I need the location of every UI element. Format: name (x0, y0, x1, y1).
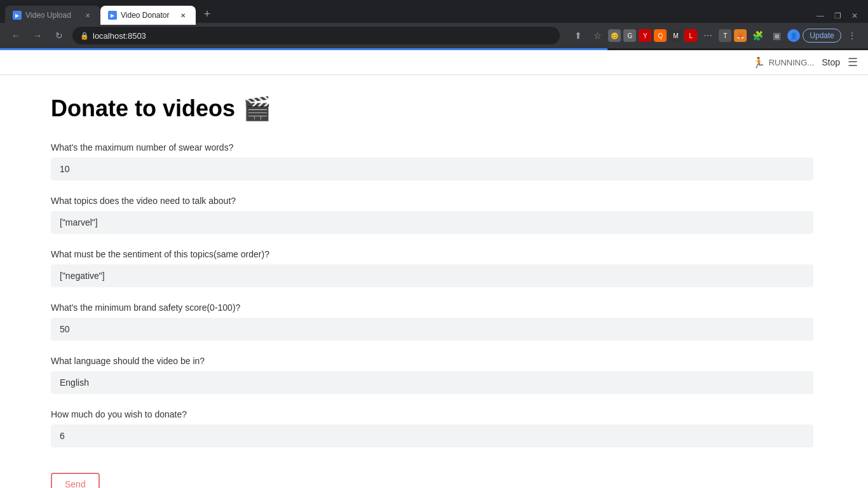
minimize-button[interactable]: — (811, 9, 829, 23)
nav-bar: ← → ↻ 🔒 localhost:8503 ⬆ ☆ 😊 G Y Q M L ⋯… (0, 23, 868, 48)
ext-7[interactable]: T (719, 29, 731, 42)
tab-close-1[interactable]: ✕ (83, 10, 93, 20)
browser-chrome: ▶ Video Upload ✕ ▶ Video Donator ✕ + — ❐… (0, 0, 868, 50)
lock-icon: 🔒 (80, 32, 89, 40)
tab-title-2: Video Donator (121, 11, 174, 20)
ext-3[interactable]: Y (639, 29, 651, 42)
maximize-button[interactable]: ❐ (829, 9, 846, 23)
main-content: Donate to videos 🎬 What's the maximum nu… (0, 75, 868, 488)
address-bar[interactable]: 🔒 localhost:8503 (72, 27, 560, 44)
new-tab-button[interactable]: + (198, 5, 216, 23)
label-topics: What topics does the video need to talk … (51, 196, 817, 206)
tab-title-1: Video Upload (25, 11, 79, 20)
back-button[interactable]: ← (8, 27, 24, 44)
window-controls: — ❐ ✕ (811, 9, 863, 23)
form-group-topics: What topics does the video need to talk … (51, 196, 817, 234)
input-brand-safety[interactable] (51, 318, 813, 341)
reload-button[interactable]: ↻ (51, 27, 67, 44)
running-status: 🏃 RUNNING... (752, 57, 815, 69)
puzzle-icon[interactable]: 🧩 (749, 27, 766, 44)
form-group-brand-safety: What's the minimum brand safety score(0-… (51, 302, 817, 341)
sidebar-icon[interactable]: ▣ (768, 27, 785, 44)
ext-2[interactable]: G (623, 29, 636, 42)
running-icon: 🏃 (752, 57, 765, 69)
profile-icon[interactable]: 👤 (787, 29, 800, 42)
page-title-emoji: 🎬 (243, 95, 271, 122)
ext-6[interactable]: L (684, 29, 697, 42)
tab-video-upload[interactable]: ▶ Video Upload ✕ (5, 6, 100, 25)
address-text: localhost:8503 (93, 31, 146, 41)
ext-4[interactable]: Q (654, 29, 667, 42)
running-label: RUNNING... (769, 58, 815, 67)
form-group-swear-words: What's the maximum number of swear words… (51, 142, 817, 180)
stop-button[interactable]: Stop (822, 57, 840, 67)
app-toolbar: 🏃 RUNNING... Stop ☰ (0, 50, 868, 75)
tab-favicon-2: ▶ (108, 11, 117, 20)
more-extensions-icon[interactable]: ⋯ (700, 27, 716, 44)
label-sentiment: What must be the sentiment of this topic… (51, 249, 817, 259)
close-button[interactable]: ✕ (846, 9, 863, 23)
ext-1[interactable]: 😊 (608, 29, 621, 42)
tab-close-2[interactable]: ✕ (178, 10, 188, 20)
app-menu-icon[interactable]: ☰ (848, 55, 858, 69)
ext-5[interactable]: M (669, 29, 682, 42)
share-icon[interactable]: ⬆ (570, 27, 587, 44)
tab-favicon-1: ▶ (13, 11, 22, 20)
page-title-text: Donate to videos (51, 95, 235, 122)
form-group-language: What language should the video be in? (51, 356, 817, 394)
form-group-donate-amount: How much do you wish to donate? (51, 409, 817, 447)
page-title: Donate to videos 🎬 (51, 95, 817, 122)
tabs-area: ▶ Video Upload ✕ ▶ Video Donator ✕ + — ❐… (0, 0, 868, 23)
send-button[interactable]: Send (51, 473, 100, 488)
tab-video-donator[interactable]: ▶ Video Donator ✕ (100, 6, 196, 25)
label-brand-safety: What's the minimum brand safety score(0-… (51, 302, 817, 313)
input-swear-words[interactable] (51, 158, 813, 180)
input-topics[interactable] (51, 211, 813, 234)
browser-toolbar-right: ⬆ ☆ 😊 G Y Q M L ⋯ T 🦊 🧩 ▣ 👤 Update ⋮ (570, 27, 860, 44)
bookmark-icon[interactable]: ☆ (589, 27, 606, 44)
update-button[interactable]: Update (803, 29, 841, 43)
input-sentiment[interactable] (51, 264, 813, 287)
label-swear-words: What's the maximum number of swear words… (51, 142, 817, 152)
form-group-sentiment: What must be the sentiment of this topic… (51, 249, 817, 287)
input-language[interactable] (51, 371, 813, 394)
chrome-menu-icon[interactable]: ⋮ (844, 27, 860, 44)
ext-8[interactable]: 🦊 (734, 29, 747, 42)
input-donate-amount[interactable] (51, 424, 813, 447)
forward-button[interactable]: → (29, 27, 46, 44)
label-language: What language should the video be in? (51, 356, 817, 366)
label-donate-amount: How much do you wish to donate? (51, 409, 817, 419)
